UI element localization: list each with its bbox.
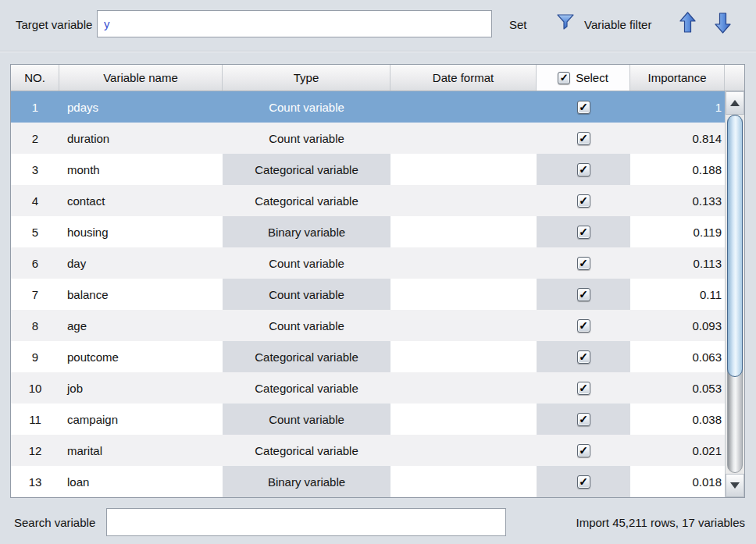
row-checkbox-icon[interactable]: ✓: [577, 319, 590, 332]
row-number-cell: 7: [11, 279, 59, 310]
date-format-cell: [390, 310, 537, 341]
row-number-cell: 8: [11, 310, 59, 341]
importance-cell: 0.188: [630, 154, 725, 185]
table-row[interactable]: 8 age Count variable ✓ 0.093: [11, 310, 725, 341]
importance-cell: 0.038: [630, 404, 725, 435]
table-row[interactable]: 6 day Count variable ✓ 0.113: [11, 247, 725, 279]
importance-cell: 0.053: [630, 372, 725, 404]
table-row[interactable]: 1 pdays Count variable ✓ 1: [11, 91, 725, 123]
import-status: Import 45,211 rows, 17 variables: [576, 516, 746, 529]
row-number-cell: 5: [11, 216, 59, 247]
header-no[interactable]: NO.: [11, 65, 59, 91]
variables-table: NO. Variable name Type Date format ✓ Sel…: [10, 64, 745, 498]
table-rows: 1 pdays Count variable ✓ 1 2 duration Co…: [11, 91, 725, 497]
row-number-cell: 4: [11, 185, 59, 216]
select-cell: ✓: [537, 154, 630, 185]
variable-type-cell: Binary variable: [223, 466, 390, 497]
triangle-up-icon: [730, 100, 740, 106]
move-up-icon[interactable]: [679, 12, 697, 34]
variable-type-cell: Count variable: [223, 279, 390, 310]
variable-type-cell: Count variable: [223, 247, 390, 279]
variable-filter-label[interactable]: Variable filter: [584, 18, 651, 31]
row-number-cell: 6: [11, 247, 59, 279]
select-cell: ✓: [537, 310, 630, 341]
scroll-up-button[interactable]: [726, 91, 744, 115]
table-row[interactable]: 11 campaign Count variable ✓ 0.038: [11, 404, 725, 435]
variable-name-cell: housing: [59, 216, 223, 247]
header-select[interactable]: ✓ Select: [537, 65, 630, 91]
variable-name-cell: balance: [59, 279, 223, 310]
variable-type-cell: Count variable: [223, 91, 390, 123]
select-all-checkbox-icon[interactable]: ✓: [558, 72, 570, 84]
row-checkbox-icon[interactable]: ✓: [577, 413, 590, 426]
variable-type-cell: Count variable: [223, 404, 390, 435]
importance-cell: 0.113: [630, 247, 725, 279]
row-checkbox-icon[interactable]: ✓: [577, 350, 590, 364]
table-row[interactable]: 3 month Categorical variable ✓ 0.188: [11, 154, 725, 185]
row-number-cell: 1: [11, 91, 59, 123]
header-variable-name[interactable]: Variable name: [59, 65, 223, 91]
target-variable-label: Target variable: [16, 18, 92, 31]
variable-name-cell: job: [59, 372, 223, 404]
row-checkbox-icon[interactable]: ✓: [577, 101, 590, 114]
scrollbar-track[interactable]: [726, 115, 744, 474]
variable-name-cell: campaign: [59, 404, 223, 435]
variable-filter-icon[interactable]: [556, 13, 575, 30]
table-body: 1 pdays Count variable ✓ 1 2 duration Co…: [11, 91, 744, 497]
row-checkbox-icon[interactable]: ✓: [577, 288, 590, 301]
row-checkbox-icon[interactable]: ✓: [577, 444, 590, 457]
importance-cell: 0.133: [630, 185, 725, 216]
table-row[interactable]: 13 loan Binary variable ✓ 0.018: [11, 466, 725, 497]
header-type[interactable]: Type: [223, 65, 390, 91]
select-cell: ✓: [537, 341, 630, 372]
variable-selection-panel: Target variable Set Variable filter: [0, 0, 756, 544]
select-cell: ✓: [537, 185, 630, 216]
table-row[interactable]: 2 duration Count variable ✓ 0.814: [11, 123, 725, 154]
set-button[interactable]: Set: [509, 18, 527, 31]
table-row[interactable]: 12 marital Categorical variable ✓ 0.021: [11, 435, 725, 466]
scrollbar-thumb[interactable]: [727, 115, 743, 377]
date-format-cell: [390, 247, 537, 279]
vertical-scrollbar[interactable]: [725, 91, 744, 497]
variable-name-cell: contact: [59, 185, 223, 216]
select-cell: ✓: [537, 279, 630, 310]
row-checkbox-icon[interactable]: ✓: [577, 257, 590, 270]
row-checkbox-icon[interactable]: ✓: [577, 226, 590, 239]
target-variable-input[interactable]: [97, 10, 492, 37]
variable-type-cell: Categorical variable: [223, 372, 390, 404]
row-checkbox-icon[interactable]: ✓: [577, 475, 590, 489]
date-format-cell: [390, 372, 537, 404]
scroll-down-button[interactable]: [726, 474, 744, 497]
variable-name-cell: pdays: [59, 91, 223, 123]
table-row[interactable]: 10 job Categorical variable ✓ 0.053: [11, 372, 725, 404]
table-row[interactable]: 5 housing Binary variable ✓ 0.119: [11, 216, 725, 247]
select-cell: ✓: [537, 123, 630, 154]
row-checkbox-icon[interactable]: ✓: [577, 163, 590, 176]
row-checkbox-icon[interactable]: ✓: [577, 194, 590, 208]
table-row[interactable]: 9 poutcome Categorical variable ✓ 0.063: [11, 341, 725, 372]
header-importance[interactable]: Importance: [630, 65, 725, 91]
date-format-cell: [390, 435, 537, 466]
variable-name-cell: loan: [59, 466, 223, 497]
importance-cell: 0.093: [630, 310, 725, 341]
table-row[interactable]: 7 balance Count variable ✓ 0.11: [11, 279, 725, 310]
row-number-cell: 11: [11, 404, 59, 435]
date-format-cell: [390, 91, 537, 123]
variable-type-cell: Binary variable: [223, 216, 390, 247]
header-date-format[interactable]: Date format: [390, 65, 537, 91]
date-format-cell: [390, 279, 537, 310]
table-row[interactable]: 4 contact Categorical variable ✓ 0.133: [11, 185, 725, 216]
row-checkbox-icon[interactable]: ✓: [577, 132, 590, 145]
variable-type-cell: Count variable: [223, 123, 390, 154]
row-checkbox-icon[interactable]: ✓: [577, 382, 590, 395]
importance-cell: 0.11: [630, 279, 725, 310]
move-down-icon[interactable]: [714, 12, 732, 34]
importance-cell: 0.018: [630, 466, 725, 497]
importance-cell: 0.063: [630, 341, 725, 372]
triangle-down-icon: [730, 482, 740, 489]
search-variable-input[interactable]: [106, 508, 506, 536]
select-cell: ✓: [537, 247, 630, 279]
select-cell: ✓: [537, 216, 630, 247]
header-select-label: Select: [576, 71, 608, 84]
importance-cell: 1: [630, 91, 725, 123]
